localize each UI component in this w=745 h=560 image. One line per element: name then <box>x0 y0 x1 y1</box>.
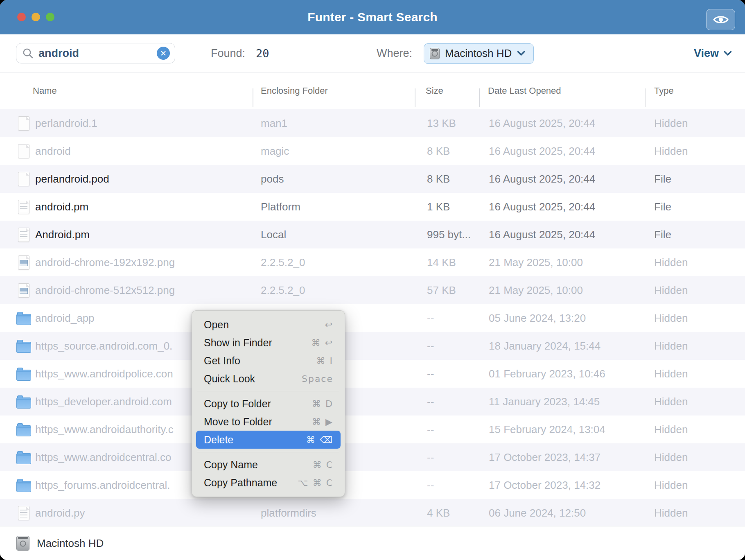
menu-item-label: Quick Look <box>204 373 255 385</box>
chevron-down-icon <box>517 51 525 56</box>
menu-item-copy-to-folder[interactable]: Copy to Folder⌘ D <box>192 395 345 413</box>
menu-item-show-in-finder[interactable]: Show in Finder⌘ ↩ <box>192 334 345 352</box>
folder-icon <box>16 304 32 332</box>
column-header-size[interactable]: Size <box>426 73 443 109</box>
menu-separator <box>197 391 339 391</box>
file-size: -- <box>427 388 478 415</box>
file-type: Hidden <box>654 276 736 304</box>
results-table: perlandroid.1man113 KB16 August 2025, 20… <box>0 109 745 527</box>
where-volume-dropdown[interactable]: Macintosh HD <box>424 43 534 64</box>
file-type: File <box>654 165 736 193</box>
status-volume-label: Macintosh HD <box>37 537 104 550</box>
table-row[interactable]: android.pmPlatform1 KB16 August 2025, 20… <box>0 193 745 221</box>
menu-item-get-info[interactable]: Get Info⌘ I <box>192 352 345 370</box>
file-type: File <box>654 193 736 221</box>
date-last-opened: 21 May 2025, 10:00 <box>489 248 643 276</box>
file-type: File <box>654 221 736 248</box>
menu-item-label: Move to Folder <box>204 416 272 428</box>
file-type: Hidden <box>654 109 736 137</box>
file-size: -- <box>427 443 478 471</box>
menu-item-shortcut: Space <box>302 374 333 384</box>
table-row[interactable]: android.pyplatformdirs4 KB06 June 2024, … <box>0 499 745 527</box>
file-name: android.pm <box>35 193 251 221</box>
enclosing-folder: Local <box>261 221 411 248</box>
menu-item-open[interactable]: Open↩ <box>192 316 345 334</box>
table-row[interactable]: android-chrome-512x512.png2.2.5.2_057 KB… <box>0 276 745 304</box>
file-type: Hidden <box>654 388 736 415</box>
date-last-opened: 15 February 2024, 13:04 <box>489 415 643 443</box>
file-size: 4 KB <box>427 499 478 527</box>
menu-item-label: Copy Pathname <box>204 477 277 489</box>
table-row[interactable]: https_forums.androidcentral.--17 October… <box>0 471 745 499</box>
column-divider[interactable] <box>253 88 253 107</box>
column-header-name[interactable]: Name <box>33 73 57 109</box>
file-type: Hidden <box>654 415 736 443</box>
menu-item-shortcut: ↩ <box>325 320 333 330</box>
table-row[interactable]: https_www.androidpolice.con--01 February… <box>0 360 745 388</box>
menu-item-copy-name[interactable]: Copy Name⌘ C <box>192 456 345 474</box>
file-type: Hidden <box>654 360 736 388</box>
table-row[interactable]: https_www.androidauthority.c--15 Februar… <box>0 415 745 443</box>
enclosing-folder: man1 <box>261 109 411 137</box>
date-last-opened: 05 June 2024, 13:20 <box>489 304 643 332</box>
toggle-hidden-files-button[interactable] <box>706 9 735 30</box>
enclosing-folder: magic <box>261 137 411 165</box>
menu-item-label: Delete <box>204 434 233 446</box>
found-label: Found: <box>211 47 245 60</box>
table-row[interactable]: https_www.androidcentral.co--17 October … <box>0 443 745 471</box>
folder-icon <box>16 332 32 360</box>
table-row[interactable]: androidmagic8 KB16 August 2025, 20:44Hid… <box>0 137 745 165</box>
folder-icon <box>16 388 32 415</box>
table-row[interactable]: https_developer.android.com--11 January … <box>0 388 745 415</box>
enclosing-folder: 2.2.5.2_0 <box>261 248 411 276</box>
hard-drive-icon <box>16 536 29 551</box>
view-menu-button[interactable]: View <box>694 34 732 72</box>
found-count-group: Found: 20 <box>211 34 269 72</box>
menu-item-delete[interactable]: Delete⌘ ⌫ <box>196 431 341 449</box>
column-divider[interactable] <box>479 88 480 107</box>
search-field[interactable]: android ✕ <box>16 43 175 63</box>
table-row[interactable]: android_app--05 June 2024, 13:20Hidden <box>0 304 745 332</box>
menu-item-label: Copy Name <box>204 459 258 471</box>
file-size: 8 KB <box>427 137 478 165</box>
table-row[interactable]: perlandroid.1man113 KB16 August 2025, 20… <box>0 109 745 137</box>
enclosing-folder: pods <box>261 165 411 193</box>
toolbar: android ✕ Found: 20 Where: Macintosh HD … <box>0 34 745 73</box>
date-last-opened: 17 October 2023, 14:32 <box>489 471 643 499</box>
file-name: perlandroid.1 <box>35 109 251 137</box>
where-label: Where: <box>377 47 412 60</box>
menu-item-shortcut: ⌘ D <box>312 399 333 409</box>
table-row[interactable]: https_source.android.com_0.--18 January … <box>0 332 745 360</box>
table-row[interactable]: android-chrome-192x192.png2.2.5.2_014 KB… <box>0 248 745 276</box>
doc-icon <box>16 109 32 137</box>
table-row[interactable]: perlandroid.podpods8 KB16 August 2025, 2… <box>0 165 745 193</box>
file-type: Hidden <box>654 137 736 165</box>
file-size: 1 KB <box>427 193 478 221</box>
menu-item-shortcut: ⌘ ⌫ <box>306 435 333 445</box>
file-type: Hidden <box>654 471 736 499</box>
folder-icon <box>16 443 32 471</box>
clear-search-button[interactable]: ✕ <box>157 47 170 60</box>
file-size: -- <box>427 360 478 388</box>
column-header-date-last-opened[interactable]: Date Last Opened <box>488 73 561 109</box>
column-divider[interactable] <box>415 88 415 107</box>
menu-item-label: Open <box>204 319 229 331</box>
table-row[interactable]: Android.pmLocal995 byt...16 August 2025,… <box>0 221 745 248</box>
file-name: android <box>35 137 251 165</box>
date-last-opened: 16 August 2025, 20:44 <box>489 137 643 165</box>
menu-item-quick-look[interactable]: Quick LookSpace <box>192 370 345 388</box>
column-header-type[interactable]: Type <box>654 73 674 109</box>
folder-icon <box>16 471 32 499</box>
folder-icon <box>16 415 32 443</box>
file-size: 14 KB <box>427 248 478 276</box>
doc-image-icon <box>16 276 32 304</box>
search-input[interactable]: android <box>38 47 157 60</box>
found-count: 20 <box>256 47 269 60</box>
menu-item-move-to-folder[interactable]: Move to Folder⌘ ▶ <box>192 413 345 431</box>
file-size: -- <box>427 332 478 360</box>
menu-item-copy-pathname[interactable]: Copy Pathname⌥ ⌘ C <box>192 474 345 492</box>
hard-drive-icon <box>430 48 440 59</box>
enclosing-folder: 2.2.5.2_0 <box>261 276 411 304</box>
column-header-enclosing-folder[interactable]: Enclosing Folder <box>261 73 328 109</box>
column-divider[interactable] <box>645 88 646 107</box>
